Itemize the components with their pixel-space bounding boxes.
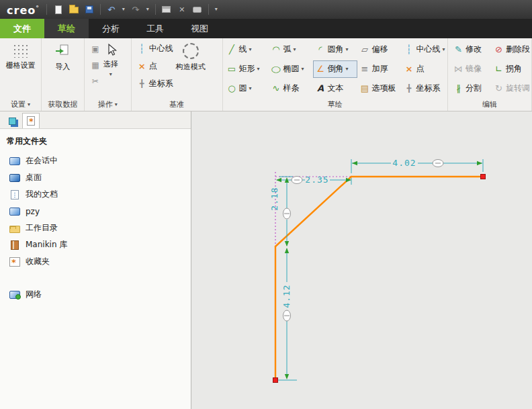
dimension-value[interactable]: 4.12: [281, 284, 292, 308]
mirror-label: 镜像: [466, 63, 482, 75]
toolbar-options-chevron-icon[interactable]: ▾: [215, 7, 218, 12]
ribbon-group-settings: 栅格设置 设置 ▾: [0, 38, 42, 111]
divider: [155, 4, 156, 15]
chevron-down-icon[interactable]: ▾: [257, 66, 260, 72]
save-button[interactable]: [85, 4, 94, 15]
sidebar-item-network[interactable]: 网络: [5, 286, 185, 303]
sidebar-item-label: 工作目录: [26, 222, 58, 234]
sketch-csys-label: 坐标系: [416, 83, 441, 94]
regenerate-button[interactable]: [162, 4, 171, 15]
delete-segment-label: 删除段: [506, 44, 530, 55]
sidebar-item-desktop[interactable]: 桌面: [5, 169, 185, 186]
thicken-button[interactable]: ≡ 加厚: [357, 60, 402, 78]
construction-mode-button[interactable]: 构造模式: [176, 38, 206, 99]
arc-button[interactable]: ◠ 弧 ▾: [269, 41, 313, 58]
divide-button[interactable]: ∦ 分割: [451, 80, 491, 97]
chevron-down-icon[interactable]: ▾: [302, 66, 304, 72]
chevron-down-icon[interactable]: ▾: [346, 66, 349, 72]
redo-button[interactable]: ↷: [131, 4, 140, 15]
sketch-centerline-button[interactable]: ┆ 中心线 ▾: [402, 41, 446, 58]
mirror-button[interactable]: ⋈ 镜像: [451, 60, 491, 78]
tab-analysis[interactable]: 分析: [89, 19, 133, 38]
tab-file[interactable]: 文件: [0, 19, 44, 38]
dimension-value[interactable]: 4.02: [392, 158, 416, 168]
rectangle-button[interactable]: ▭ 矩形 ▾: [224, 60, 269, 78]
sketch-area[interactable]: 4.02 2.35 2.18: [191, 111, 532, 409]
sketch-csys-button[interactable]: ╋ 坐标系: [402, 80, 446, 97]
dimension-left-height[interactable]: 4.12: [281, 248, 292, 379]
text-button[interactable]: A 文本: [313, 80, 357, 97]
datum-point-button[interactable]: × 点: [134, 57, 176, 75]
palette-button[interactable]: ▤ 选项板: [357, 80, 402, 97]
sketch-point-button[interactable]: × 点: [402, 60, 446, 78]
sidebar-item-favorites[interactable]: 收藏夹: [5, 253, 185, 270]
modify-button[interactable]: ✎ 修改: [451, 41, 491, 58]
select-button[interactable]: 选择 ▾: [103, 38, 118, 99]
spline-button[interactable]: ∿ 样条: [269, 80, 313, 97]
chevron-down-icon[interactable]: ▾: [346, 47, 349, 52]
fillet-button[interactable]: ◜ 圆角 ▾: [313, 41, 357, 58]
tab-folder-browser[interactable]: [22, 113, 40, 128]
chevron-down-icon[interactable]: ▾: [443, 47, 445, 52]
undo-button[interactable]: ↶: [107, 4, 116, 15]
endpoint-vertex[interactable]: [481, 175, 486, 179]
endpoint-vertex[interactable]: [273, 378, 278, 383]
line-button[interactable]: ╱ 线 ▾: [224, 41, 269, 58]
dimension-value[interactable]: 2.18: [269, 187, 279, 210]
sidebar-item-pzy[interactable]: pzy: [5, 203, 185, 220]
sidebar-item-label: pzy: [26, 207, 40, 216]
chevron-down-icon[interactable]: ▾: [294, 47, 296, 52]
open-button[interactable]: [69, 4, 79, 15]
sketch-canvas[interactable]: 4.02 2.35 2.18: [191, 111, 532, 409]
grid-settings-label: 栅格设置: [5, 60, 35, 71]
undo-chevron-icon[interactable]: ▾: [122, 7, 125, 12]
dimension-top-width[interactable]: 4.02: [352, 158, 482, 168]
ellipse-button[interactable]: ◯ 椭圆 ▾: [269, 60, 313, 78]
construction-mode-label: 构造模式: [176, 62, 206, 72]
redo-chevron-icon[interactable]: ▾: [146, 7, 149, 12]
tab-view[interactable]: 视图: [177, 19, 222, 38]
ribbon-group-get-data: 导入 获取数据: [42, 38, 85, 111]
ribbon-group-edit: ✎ 修改 ⊘ 删除段 ⋈ 镜像 ∟ 拐角 ∦ 分割 ↻ 旋转调: [448, 38, 532, 111]
group-label-sketch: 草绘: [223, 99, 448, 109]
circle-button[interactable]: ○ 圆 ▾: [224, 80, 269, 97]
tab-tools[interactable]: 工具: [133, 19, 177, 38]
save-icon: [85, 5, 93, 13]
group-label-text: 操作: [98, 99, 113, 109]
tab-sketch[interactable]: 草绘: [44, 19, 89, 38]
delete-segment-button[interactable]: ⊘ 删除段: [491, 41, 531, 58]
ellipse-icon: ◯: [271, 66, 281, 72]
cut-button[interactable]: ✂: [89, 75, 102, 88]
sidebar-item-working-directory[interactable]: 工作目录: [5, 220, 185, 236]
rotate-resize-button[interactable]: ↻ 旋转调: [491, 80, 531, 97]
capture-button[interactable]: [193, 4, 202, 15]
tab-model-tree[interactable]: [3, 113, 21, 128]
close-icon: ✕: [179, 6, 185, 13]
paste-button[interactable]: ▣: [89, 42, 102, 56]
corner-button[interactable]: ∟ 拐角: [491, 60, 531, 78]
sidebar-item-manikin-library[interactable]: Manikin 库: [5, 236, 185, 253]
grid-settings-button[interactable]: 栅格设置: [0, 38, 41, 99]
close-window-button[interactable]: ✕: [177, 4, 187, 15]
sidebar-item-in-session[interactable]: 在会话中: [5, 152, 185, 169]
datum-csys-button[interactable]: ╋ 坐标系: [134, 75, 176, 92]
dimension-value[interactable]: 2.35: [305, 175, 328, 185]
modify-icon: ✎: [453, 45, 463, 54]
copy-button[interactable]: ▦: [89, 58, 102, 72]
sidebar-item-label: Manikin 库: [26, 239, 67, 251]
chevron-down-icon[interactable]: ▾: [249, 47, 252, 52]
sidebar-item-my-documents[interactable]: 我的文档: [5, 186, 185, 203]
chamfer-button[interactable]: ∠ 倒角 ▾: [313, 60, 357, 78]
datum-centerline-button[interactable]: ┆ 中心线: [134, 40, 176, 57]
chevron-down-icon[interactable]: ▾: [109, 72, 112, 77]
chevron-down-icon: ▾: [115, 102, 118, 107]
new-file-button[interactable]: [54, 4, 63, 15]
chevron-down-icon[interactable]: ▾: [249, 86, 252, 91]
group-label-operations[interactable]: 操作 ▾: [85, 99, 131, 109]
arc-label: 弧: [283, 44, 292, 55]
group-label-settings[interactable]: 设置 ▾: [0, 99, 41, 109]
centerline-icon: ┆: [137, 44, 147, 53]
titlebar: creo° ↶ ▾ ↷ ▾ ✕ ▾: [0, 0, 532, 19]
import-button[interactable]: 导入: [42, 38, 84, 99]
offset-button[interactable]: ▱ 偏移: [357, 41, 402, 58]
